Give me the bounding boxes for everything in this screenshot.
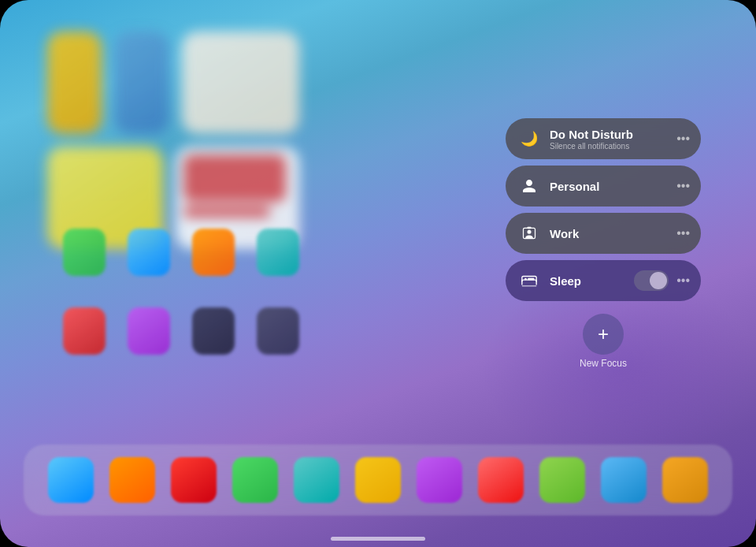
svg-rect-4 — [528, 278, 534, 281]
svg-point-3 — [524, 278, 527, 281]
new-focus-circle: + — [583, 314, 624, 355]
focus-panel: 🌙 Do Not Disturb Silence all notificatio… — [506, 118, 701, 369]
app-icon-settings — [257, 229, 299, 276]
app-icon-dark1 — [192, 307, 235, 355]
sleep-title: Sleep — [550, 274, 624, 288]
dock — [24, 445, 732, 515]
app-icon-red — [63, 307, 106, 355]
new-focus-button[interactable]: + New Focus — [506, 314, 701, 369]
focus-item-work[interactable]: Work ••• — [506, 213, 701, 254]
app-icon-photos — [128, 229, 170, 276]
work-text: Work — [550, 227, 669, 240]
sleep-text: Sleep — [550, 274, 624, 288]
app-icon-dark2 — [257, 307, 299, 355]
badge-icon-wrap — [517, 221, 542, 246]
app-icons-row-1 — [63, 229, 299, 276]
widget-news — [182, 32, 299, 134]
dock-icon-6 — [355, 457, 401, 503]
app-icons-row-2 — [63, 307, 299, 355]
dock-icon-1 — [48, 457, 94, 503]
do-not-disturb-title: Do Not Disturb — [550, 128, 669, 141]
home-indicator — [331, 537, 425, 541]
dock-icon-10 — [601, 457, 647, 503]
person-icon — [521, 178, 537, 194]
dock-icon-2 — [109, 457, 155, 503]
ipad-frame: 🌙 Do Not Disturb Silence all notificatio… — [0, 0, 756, 547]
sleep-more[interactable]: ••• — [676, 274, 690, 287]
do-not-disturb-more[interactable]: ••• — [676, 132, 690, 145]
dock-icon-11 — [662, 457, 708, 503]
bed-icon — [521, 272, 538, 289]
focus-item-sleep[interactable]: Sleep ••• — [506, 260, 701, 301]
new-focus-label: New Focus — [580, 358, 627, 369]
bed-icon-wrap — [517, 268, 542, 293]
personal-title: Personal — [550, 180, 669, 193]
sleep-toggle-knob — [650, 272, 667, 289]
app-icon-messages — [63, 229, 106, 276]
do-not-disturb-subtitle: Silence all notifications — [550, 142, 669, 151]
work-more[interactable]: ••• — [676, 227, 690, 240]
dock-icon-5 — [294, 457, 339, 503]
dock-icon-8 — [478, 457, 524, 503]
personal-text: Personal — [550, 180, 669, 193]
sleep-toggle[interactable] — [634, 270, 669, 291]
app-icon-purple — [128, 307, 170, 355]
svg-point-1 — [528, 230, 532, 234]
work-title: Work — [550, 227, 669, 240]
person-icon-wrap — [517, 173, 542, 199]
dock-icon-4 — [232, 457, 278, 503]
app-icon-notes — [192, 229, 235, 276]
badge-icon — [521, 225, 537, 241]
do-not-disturb-text: Do Not Disturb Silence all notifications — [550, 128, 669, 151]
moon-icon: 🌙 — [521, 130, 538, 147]
svg-rect-2 — [528, 227, 532, 229]
widget-yellow — [47, 32, 102, 134]
personal-more[interactable]: ••• — [676, 180, 690, 192]
dock-icon-7 — [417, 457, 462, 503]
moon-icon-wrap: 🌙 — [517, 126, 542, 151]
focus-item-do-not-disturb[interactable]: 🌙 Do Not Disturb Silence all notificatio… — [506, 118, 701, 159]
new-focus-plus-icon: + — [598, 323, 609, 345]
dock-icon-3 — [171, 457, 217, 503]
focus-item-personal[interactable]: Personal ••• — [506, 166, 701, 207]
widget-blue — [114, 32, 169, 134]
dock-icon-9 — [539, 457, 585, 503]
